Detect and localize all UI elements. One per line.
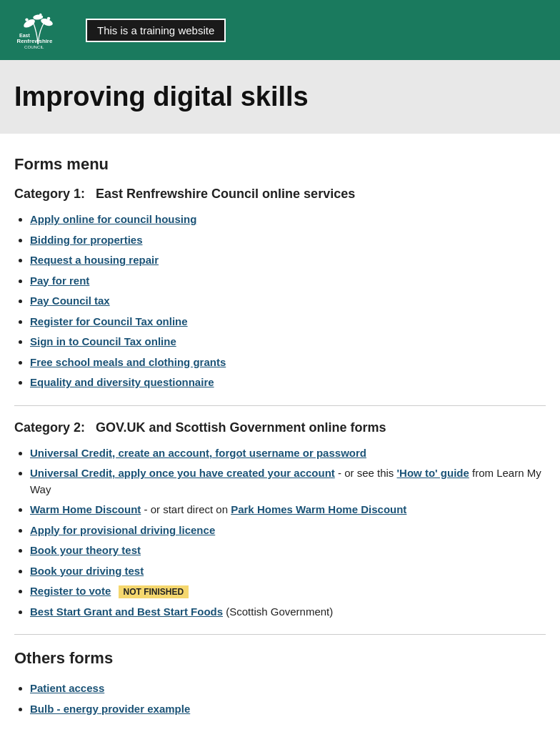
list-item: Bulb - energy provider example — [30, 701, 546, 718]
svg-point-0 — [22, 18, 36, 29]
link-council-housing[interactable]: Apply online for council housing — [30, 213, 196, 225]
link-bidding-properties[interactable]: Bidding for properties — [30, 234, 143, 246]
svg-text:Renfrewshire: Renfrewshire — [17, 38, 53, 44]
svg-point-4 — [47, 17, 50, 20]
list-item: Apply for provisional driving licence — [30, 523, 546, 539]
svg-point-5 — [39, 14, 42, 16]
list-item: Sign in to Council Tax online — [30, 334, 546, 350]
svg-point-3 — [25, 18, 28, 21]
not-finished-badge: NOT FINISHED — [119, 585, 189, 598]
logo-area: East Renfrewshire COUNCIL — [14, 9, 64, 51]
section-divider — [14, 405, 546, 406]
category-2-block: Category 2: GOV.UK and Scottish Governme… — [14, 420, 546, 620]
list-item: Register for Council Tax online — [30, 314, 546, 330]
page-title: Improving digital skills — [14, 81, 546, 112]
list-item: Best Start Grant and Best Start Foods (S… — [30, 604, 546, 620]
list-item: Free school meals and clothing grants — [30, 355, 546, 371]
list-item: Universal Credit, create an account, for… — [30, 445, 546, 462]
council-logo-icon: East Renfrewshire COUNCIL — [14, 9, 64, 51]
link-pay-council-tax[interactable]: Pay Council tax — [30, 295, 110, 307]
scottish-govt-text: (Scottish Government) — [226, 605, 333, 618]
guide-prefix-text: - or see this — [338, 467, 397, 479]
category-1-list: Apply online for council housing Bidding… — [14, 212, 546, 391]
link-bulb-energy[interactable]: Bulb - energy provider example — [30, 703, 190, 715]
link-pay-rent[interactable]: Pay for rent — [30, 274, 89, 287]
list-item: Book your theory test — [30, 543, 546, 559]
site-header: East Renfrewshire COUNCIL This is a trai… — [0, 0, 560, 60]
link-theory-test[interactable]: Book your theory test — [30, 544, 141, 556]
link-register-vote[interactable]: Register to vote — [30, 585, 111, 597]
list-item: Request a housing repair — [30, 252, 546, 269]
link-universal-credit-create[interactable]: Universal Credit, create an account, for… — [30, 447, 366, 459]
others-section: Others forms Patient access Bulb - energ… — [14, 649, 546, 717]
link-equality-diversity[interactable]: Equality and diversity questionnaire — [30, 376, 214, 388]
warm-home-prefix: - or start direct on — [144, 503, 231, 515]
link-patient-access[interactable]: Patient access — [30, 682, 104, 694]
category-2-list: Universal Credit, create an account, for… — [14, 445, 546, 620]
list-item: Pay for rent — [30, 273, 546, 290]
link-sign-in-council-tax[interactable]: Sign in to Council Tax online — [30, 335, 176, 347]
list-item: Apply online for council housing — [30, 212, 546, 228]
link-universal-credit-apply[interactable]: Universal Credit, apply once you have cr… — [30, 467, 335, 479]
svg-text:East: East — [19, 33, 30, 38]
link-driving-test[interactable]: Book your driving test — [30, 565, 144, 577]
list-item: Pay Council tax — [30, 293, 546, 310]
list-item: Patient access — [30, 681, 546, 697]
link-free-school-meals[interactable]: Free school meals and clothing grants — [30, 356, 226, 368]
link-park-homes-warm-home[interactable]: Park Homes Warm Home Discount — [231, 503, 406, 515]
category-1-heading: Category 1: East Renfrewshire Council on… — [14, 187, 546, 202]
link-register-council-tax[interactable]: Register for Council Tax online — [30, 315, 188, 327]
list-item: Register to vote NOT FINISHED — [30, 583, 546, 600]
list-item: Warm Home Discount - or start direct on … — [30, 502, 546, 518]
forms-menu-heading: Forms menu — [14, 155, 546, 174]
others-list: Patient access Bulb - energy provider ex… — [14, 681, 546, 717]
list-item: Book your driving test — [30, 563, 546, 580]
hero-section: Improving digital skills — [0, 60, 560, 134]
training-badge: This is a training website — [86, 19, 226, 42]
list-item: Bidding for properties — [30, 232, 546, 249]
section-divider-2 — [14, 634, 546, 635]
content-area: Forms menu Category 1: East Renfrewshire… — [0, 134, 560, 732]
list-item: Universal Credit, apply once you have cr… — [30, 465, 546, 498]
others-heading: Others forms — [14, 649, 546, 668]
link-warm-home-discount[interactable]: Warm Home Discount — [30, 503, 141, 515]
link-how-to-guide[interactable]: 'How to' guide — [397, 467, 469, 479]
link-provisional-licence[interactable]: Apply for provisional driving licence — [30, 524, 215, 536]
category-1-block: Category 1: East Renfrewshire Council on… — [14, 187, 546, 391]
category-2-heading: Category 2: GOV.UK and Scottish Governme… — [14, 420, 546, 435]
link-best-start-grant[interactable]: Best Start Grant and Best Start Foods — [30, 605, 223, 618]
list-item: Equality and diversity questionnaire — [30, 375, 546, 391]
link-housing-repair[interactable]: Request a housing repair — [30, 254, 159, 266]
svg-text:COUNCIL: COUNCIL — [24, 44, 44, 49]
